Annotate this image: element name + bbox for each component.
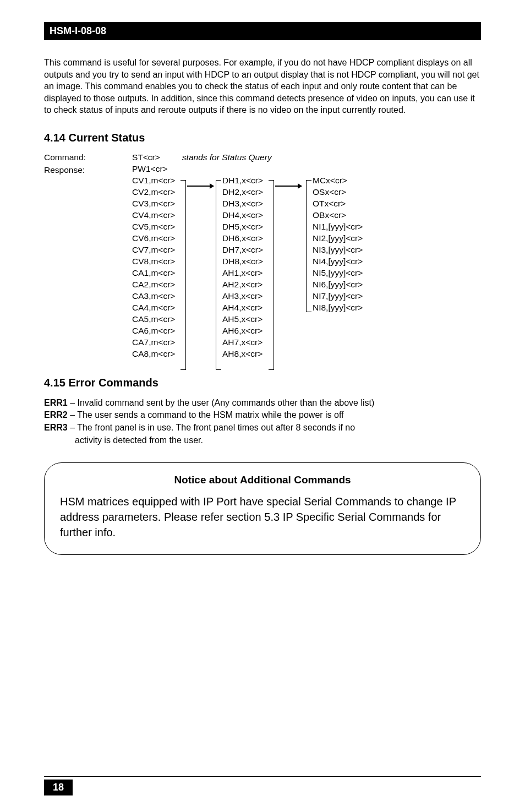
page-number: 18 xyxy=(44,780,73,795)
command-label: Command: xyxy=(44,152,132,164)
col3-item: OSx<cr> xyxy=(313,187,363,198)
col3-item: NI6,[yyy]<cr> xyxy=(313,279,363,291)
error-block: ERR1 – Invalid command sent by the user … xyxy=(44,397,481,446)
col3-item: NI8,[yyy]<cr> xyxy=(313,302,363,314)
err1-text: – Invalid command sent by the user (Any … xyxy=(68,398,375,407)
err3-text: – The front panel is in use. The front p… xyxy=(68,423,355,432)
col3-item: NI7,[yyy]<cr> xyxy=(313,291,363,302)
err3-label: ERR3 xyxy=(44,423,68,432)
st-command: ST<cr> xyxy=(132,152,160,164)
arrow-icon xyxy=(187,186,214,187)
pw1-response: PW1<cr> xyxy=(132,164,363,175)
bracket-icon xyxy=(181,180,186,370)
col3-item: NI4,[yyy]<cr> xyxy=(313,256,363,268)
bracket-icon xyxy=(269,180,274,370)
col3-item: OBx<cr> xyxy=(313,210,363,221)
err1-label: ERR1 xyxy=(44,398,68,407)
err2-label: ERR2 xyxy=(44,410,68,419)
col3-item: MCx<cr> xyxy=(313,175,363,187)
page-rule xyxy=(44,776,481,777)
arrow-icon xyxy=(275,186,302,187)
header-bar: HSM-I-08-08 xyxy=(44,22,481,40)
err2-text: – The user sends a command to the HSM ma… xyxy=(68,410,344,419)
col3-item: NI3,[yyy]<cr> xyxy=(313,244,363,256)
err3-cont: activity is detected from the user. xyxy=(44,434,481,446)
col3-item: OTx<cr> xyxy=(313,198,363,210)
section-415-title: 4.15 Error Commands xyxy=(44,377,481,389)
notice-body: HSM matrices equipped with IP Port have … xyxy=(60,494,465,540)
col3-item: NI1,[yyy]<cr> xyxy=(313,221,363,233)
bracket-icon xyxy=(306,180,311,312)
notice-box: Notice about Additional Commands HSM mat… xyxy=(44,462,481,555)
response-label: Response: xyxy=(44,165,132,176)
notice-title: Notice about Additional Commands xyxy=(60,474,465,486)
bracket-icon xyxy=(216,180,221,370)
section-414-title: 4.14 Current Status xyxy=(44,132,481,144)
status-block: Command: Response: ST<cr> stands for Sta… xyxy=(44,152,481,360)
intro-paragraph: This command is useful for several purpo… xyxy=(44,57,481,116)
col3-item: NI2,[yyy]<cr> xyxy=(313,233,363,244)
st-description: stands for Status Query xyxy=(182,152,272,164)
col3-item: NI5,[yyy]<cr> xyxy=(313,268,363,279)
